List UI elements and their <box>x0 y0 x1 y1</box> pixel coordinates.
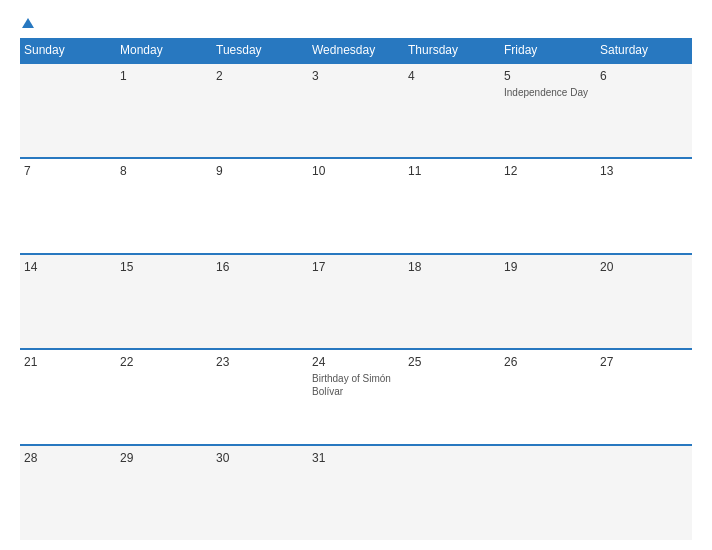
calendar-cell: 22 <box>116 349 212 444</box>
calendar-cell: 6 <box>596 63 692 158</box>
weekday-header-thursday: Thursday <box>404 38 500 63</box>
day-number: 11 <box>408 164 496 178</box>
day-number: 10 <box>312 164 400 178</box>
calendar-cell <box>404 445 500 540</box>
day-number: 29 <box>120 451 208 465</box>
day-number: 21 <box>24 355 112 369</box>
weekday-header-sunday: Sunday <box>20 38 116 63</box>
calendar-cell: 15 <box>116 254 212 349</box>
day-number: 8 <box>120 164 208 178</box>
day-number: 6 <box>600 69 688 83</box>
calendar-week-row: 78910111213 <box>20 158 692 253</box>
calendar-page: SundayMondayTuesdayWednesdayThursdayFrid… <box>0 0 712 550</box>
calendar-cell <box>596 445 692 540</box>
logo-triangle-icon <box>22 18 34 28</box>
day-number: 13 <box>600 164 688 178</box>
day-number: 25 <box>408 355 496 369</box>
calendar-cell: 14 <box>20 254 116 349</box>
calendar-cell: 28 <box>20 445 116 540</box>
calendar-cell: 18 <box>404 254 500 349</box>
calendar-cell: 11 <box>404 158 500 253</box>
calendar-table: SundayMondayTuesdayWednesdayThursdayFrid… <box>20 38 692 540</box>
calendar-cell: 25 <box>404 349 500 444</box>
calendar-cell: 24Birthday of Simón Bolívar <box>308 349 404 444</box>
calendar-cell: 17 <box>308 254 404 349</box>
weekday-header-wednesday: Wednesday <box>308 38 404 63</box>
calendar-cell <box>20 63 116 158</box>
calendar-cell <box>500 445 596 540</box>
day-number: 27 <box>600 355 688 369</box>
day-number: 16 <box>216 260 304 274</box>
weekday-header-row: SundayMondayTuesdayWednesdayThursdayFrid… <box>20 38 692 63</box>
calendar-cell: 5Independence Day <box>500 63 596 158</box>
calendar-cell: 2 <box>212 63 308 158</box>
calendar-cell: 13 <box>596 158 692 253</box>
calendar-cell: 26 <box>500 349 596 444</box>
logo <box>20 18 34 28</box>
calendar-week-row: 12345Independence Day6 <box>20 63 692 158</box>
event-name: Birthday of Simón Bolívar <box>312 372 400 398</box>
calendar-cell: 9 <box>212 158 308 253</box>
logo-blue-text <box>20 18 34 28</box>
calendar-cell: 12 <box>500 158 596 253</box>
day-number: 19 <box>504 260 592 274</box>
day-number: 14 <box>24 260 112 274</box>
day-number: 4 <box>408 69 496 83</box>
weekday-header-saturday: Saturday <box>596 38 692 63</box>
event-name: Independence Day <box>504 86 592 99</box>
day-number: 22 <box>120 355 208 369</box>
calendar-week-row: 28293031 <box>20 445 692 540</box>
calendar-cell: 21 <box>20 349 116 444</box>
day-number: 31 <box>312 451 400 465</box>
day-number: 28 <box>24 451 112 465</box>
calendar-cell: 30 <box>212 445 308 540</box>
calendar-cell: 27 <box>596 349 692 444</box>
weekday-header-monday: Monday <box>116 38 212 63</box>
weekday-header-tuesday: Tuesday <box>212 38 308 63</box>
day-number: 9 <box>216 164 304 178</box>
day-number: 12 <box>504 164 592 178</box>
calendar-cell: 19 <box>500 254 596 349</box>
day-number: 5 <box>504 69 592 83</box>
day-number: 26 <box>504 355 592 369</box>
day-number: 18 <box>408 260 496 274</box>
calendar-cell: 31 <box>308 445 404 540</box>
calendar-cell: 20 <box>596 254 692 349</box>
calendar-cell: 7 <box>20 158 116 253</box>
day-number: 3 <box>312 69 400 83</box>
weekday-header-friday: Friday <box>500 38 596 63</box>
day-number: 1 <box>120 69 208 83</box>
calendar-cell: 8 <box>116 158 212 253</box>
calendar-cell: 16 <box>212 254 308 349</box>
day-number: 23 <box>216 355 304 369</box>
calendar-cell: 1 <box>116 63 212 158</box>
day-number: 17 <box>312 260 400 274</box>
day-number: 20 <box>600 260 688 274</box>
day-number: 7 <box>24 164 112 178</box>
day-number: 2 <box>216 69 304 83</box>
calendar-week-row: 21222324Birthday of Simón Bolívar252627 <box>20 349 692 444</box>
day-number: 24 <box>312 355 400 369</box>
day-number: 15 <box>120 260 208 274</box>
header <box>20 18 692 28</box>
calendar-cell: 29 <box>116 445 212 540</box>
calendar-cell: 3 <box>308 63 404 158</box>
calendar-cell: 23 <box>212 349 308 444</box>
calendar-cell: 4 <box>404 63 500 158</box>
calendar-week-row: 14151617181920 <box>20 254 692 349</box>
day-number: 30 <box>216 451 304 465</box>
calendar-cell: 10 <box>308 158 404 253</box>
